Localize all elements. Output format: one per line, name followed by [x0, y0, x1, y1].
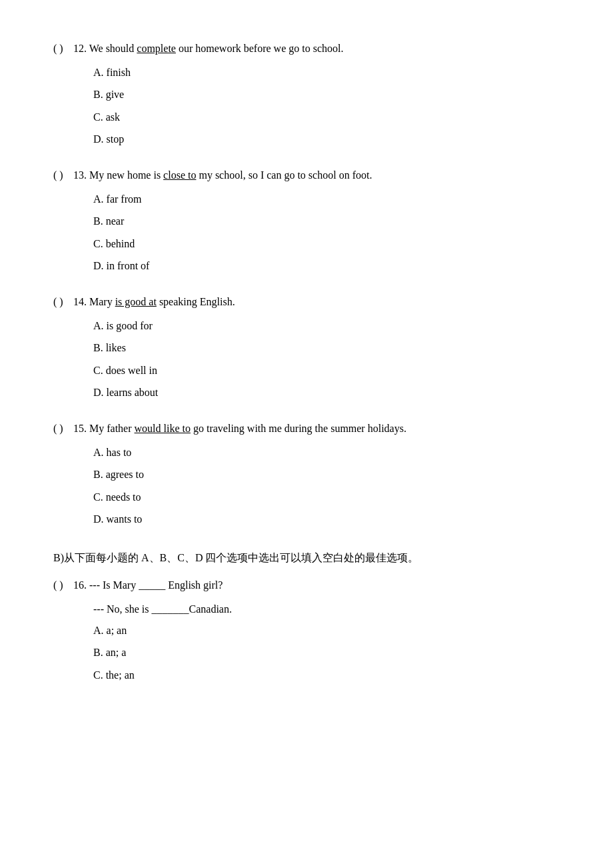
q15-option-b-label: B.: [93, 469, 103, 480]
q12-underlined: complete: [137, 43, 176, 54]
q12-option-a-text: finish: [107, 67, 131, 78]
q13-option-a[interactable]: A. far from: [93, 191, 560, 208]
q15-option-d[interactable]: D. wants to: [93, 511, 560, 528]
q15-option-a[interactable]: A. has to: [93, 444, 560, 461]
q14-option-a-text: is good for: [107, 320, 153, 331]
q15-option-c-label: C.: [93, 491, 103, 503]
q16-response: --- No, she is _______Canadian.: [93, 603, 232, 615]
question-16: ( ) 16. --- Is Mary _____ English girl? …: [53, 577, 560, 683]
q13-option-b-text: near: [106, 215, 125, 227]
q13-options: A. far from B. near C. behind D. in fron…: [93, 191, 560, 275]
q16-option-b-text: an; a: [106, 647, 127, 658]
q14-text-before: Mary: [89, 296, 115, 307]
q16-paren: ( ): [53, 577, 73, 594]
q15-paren: ( ): [53, 420, 73, 437]
q16-option-b-label: B.: [93, 647, 103, 658]
q12-text-before: We should: [89, 43, 137, 54]
q12-option-b-label: B.: [93, 89, 103, 100]
q12-text: 12. We should complete our homework befo…: [73, 40, 560, 57]
q15-option-d-label: D.: [93, 513, 104, 525]
q16-prompt: --- Is Mary _____ English girl?: [89, 579, 223, 591]
q14-option-c[interactable]: C. does well in: [93, 362, 560, 379]
q13-option-d-text: in front of: [107, 260, 150, 271]
q13-option-a-text: far from: [107, 193, 142, 205]
q16-dialogue: --- No, she is _______Canadian.: [93, 601, 560, 618]
q15-text-before: My father: [89, 423, 135, 434]
q14-option-a-label: A.: [93, 320, 104, 331]
q12-paren: ( ): [53, 40, 73, 57]
q16-option-a[interactable]: A. a; an: [93, 622, 560, 639]
q15-option-c-text: needs to: [106, 491, 141, 503]
q13-text-after: my school, so I can go to school on foot…: [196, 169, 372, 181]
q12-option-a-label: A.: [93, 67, 104, 78]
q12-option-d-label: D.: [93, 133, 104, 145]
q14-option-a[interactable]: A. is good for: [93, 317, 560, 335]
q13-option-c[interactable]: C. behind: [93, 235, 560, 253]
q12-option-a[interactable]: A. finish: [93, 64, 560, 81]
q15-number: 15.: [73, 423, 87, 434]
question-13: ( ) 13. My new home is close to my schoo…: [53, 167, 560, 275]
q13-option-b[interactable]: B. near: [93, 213, 560, 230]
q12-number: 12.: [73, 43, 87, 54]
q13-text-before: My new home is: [89, 169, 163, 181]
q15-option-d-text: wants to: [107, 513, 143, 525]
q13-text: 13. My new home is close to my school, s…: [73, 167, 560, 184]
q13-paren: ( ): [53, 167, 73, 184]
q14-option-d-text: learns about: [107, 387, 159, 398]
q13-option-a-label: A.: [93, 193, 104, 205]
q15-underlined: would like to: [135, 423, 191, 434]
q12-options: A. finish B. give C. ask D. stop: [93, 64, 560, 148]
q14-paren: ( ): [53, 293, 73, 311]
q14-option-b[interactable]: B. likes: [93, 339, 560, 357]
q16-option-b[interactable]: B. an; a: [93, 644, 560, 661]
q12-option-d-text: stop: [107, 133, 125, 145]
q15-option-a-text: has to: [107, 447, 132, 458]
q16-option-c[interactable]: C. the; an: [93, 667, 560, 684]
q14-option-d-label: D.: [93, 387, 104, 398]
q13-option-b-label: B.: [93, 215, 103, 227]
q14-underlined: is good at: [115, 296, 157, 307]
q14-text-after: speaking English.: [157, 296, 235, 307]
q15-text: 15. My father would like to go traveling…: [73, 420, 560, 437]
q12-option-c-label: C.: [93, 111, 103, 123]
q15-option-b-text: agrees to: [106, 469, 144, 480]
q16-number: 16.: [73, 579, 87, 591]
q13-option-c-label: C.: [93, 238, 103, 249]
q15-options: A. has to B. agrees to C. needs to D. wa…: [93, 444, 560, 528]
q14-option-b-text: likes: [106, 342, 126, 353]
q16-text: 16. --- Is Mary _____ English girl?: [73, 577, 560, 594]
q16-options: A. a; an B. an; a C. the; an: [93, 622, 560, 684]
q12-text-after: our homework before we go to school.: [176, 43, 344, 54]
question-14: ( ) 14. Mary is good at speaking English…: [53, 293, 560, 401]
q12-option-b-text: give: [106, 89, 125, 100]
q13-underlined: close to: [163, 169, 196, 181]
q15-option-c[interactable]: C. needs to: [93, 489, 560, 506]
section-b-header: B)从下面每小题的 A、B、C、D 四个选项中选出可以填入空白处的最佳选项。: [53, 549, 560, 567]
question-12: ( ) 12. We should complete our homework …: [53, 40, 560, 148]
q14-options: A. is good for B. likes C. does well in …: [93, 317, 560, 401]
q12-option-c-text: ask: [106, 111, 120, 123]
q14-option-c-label: C.: [93, 365, 103, 376]
q16-option-a-text: a; an: [107, 625, 127, 636]
q13-number: 13.: [73, 169, 87, 181]
q14-option-d[interactable]: D. learns about: [93, 384, 560, 401]
q14-option-b-label: B.: [93, 342, 103, 353]
q13-option-d[interactable]: D. in front of: [93, 257, 560, 275]
q16-option-a-label: A.: [93, 625, 104, 636]
q15-text-after: go traveling with me during the summer h…: [191, 423, 406, 434]
q16-option-c-text: the; an: [106, 669, 135, 681]
q12-option-d[interactable]: D. stop: [93, 131, 560, 148]
q12-option-b[interactable]: B. give: [93, 86, 560, 103]
question-15: ( ) 15. My father would like to go trave…: [53, 420, 560, 528]
q15-option-b[interactable]: B. agrees to: [93, 466, 560, 483]
q16-option-c-label: C.: [93, 669, 103, 681]
q12-option-c[interactable]: C. ask: [93, 109, 560, 126]
q14-text: 14. Mary is good at speaking English.: [73, 293, 560, 311]
q13-option-d-label: D.: [93, 260, 104, 271]
q14-number: 14.: [73, 296, 87, 307]
q15-option-a-label: A.: [93, 447, 104, 458]
q14-option-c-text: does well in: [106, 365, 157, 376]
q13-option-c-text: behind: [106, 238, 135, 249]
